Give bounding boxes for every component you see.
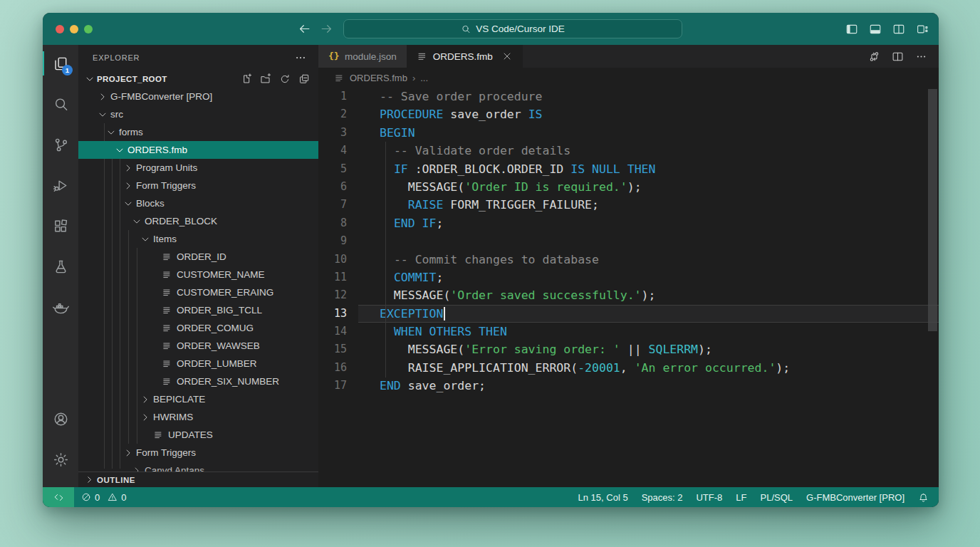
- breadcrumb-file[interactable]: ORDERS.fmb: [350, 73, 407, 83]
- tree-item-forms[interactable]: forms: [78, 123, 318, 141]
- line-number[interactable]: 12: [318, 286, 358, 304]
- indent-indicator[interactable]: Spaces: 2: [642, 492, 683, 503]
- project-root-row[interactable]: PROJECT_ROOT: [78, 70, 318, 88]
- tree-item-order-wawseb[interactable]: ORDER_WAWSEB: [78, 337, 318, 355]
- tree-item-g-fmbconverter-pro[interactable]: G-FMBConverter [PRO]: [78, 88, 318, 105]
- line-number[interactable]: 5: [318, 160, 358, 178]
- line-number[interactable]: 4: [318, 142, 358, 160]
- line-number[interactable]: 8: [318, 214, 358, 232]
- tree-item-program-units[interactable]: Program Units: [78, 159, 318, 177]
- line-number[interactable]: 16: [318, 359, 358, 377]
- code-line-content[interactable]: END save_order;: [358, 377, 939, 395]
- line-number[interactable]: 3: [318, 124, 358, 142]
- code-editor[interactable]: 1-- Save order procedure2PROCEDURE save_…: [318, 88, 939, 487]
- tree-item-items[interactable]: Items: [78, 230, 318, 248]
- tab-orders-fmb[interactable]: ORDERS.fmb: [407, 45, 523, 68]
- zoom-window-button[interactable]: [84, 25, 93, 33]
- code-line-13[interactable]: 13EXCEPTION: [318, 305, 939, 323]
- ln-col-indicator[interactable]: Ln 15, Col 5: [578, 492, 628, 503]
- tree-item-updates[interactable]: UPDATES: [78, 426, 318, 444]
- layout-sidebar-icon[interactable]: [845, 23, 858, 36]
- more-icon[interactable]: [915, 51, 927, 63]
- tree-item-form-triggers[interactable]: Form Triggers: [78, 177, 318, 194]
- tree-item-hwrims[interactable]: HWRIMS: [78, 408, 318, 426]
- code-line-7[interactable]: 7 RAISE FORM_TRIGGER_FAILURE;: [318, 196, 939, 214]
- tree-item-order-six-number[interactable]: ORDER_SIX_NUMBER: [78, 373, 318, 390]
- code-line-content[interactable]: BEGIN: [358, 124, 939, 142]
- new-file-icon[interactable]: [241, 73, 252, 85]
- code-line-content[interactable]: WHEN OTHERS THEN: [358, 323, 939, 340]
- code-line-content[interactable]: END IF;: [358, 214, 939, 232]
- tree-item-order-comug[interactable]: ORDER_COMUG: [78, 319, 318, 337]
- code-line-content[interactable]: RAISE FORM_TRIGGER_FAILURE;: [358, 196, 939, 214]
- title-bar[interactable]: VS Code/Cursor IDE: [43, 13, 939, 45]
- layout-split-icon[interactable]: [892, 51, 904, 63]
- bell-icon[interactable]: [918, 492, 929, 503]
- close-window-button[interactable]: [56, 25, 64, 33]
- tree-item-order-id[interactable]: ORDER_ID: [78, 248, 318, 266]
- activity-item-settings[interactable]: [43, 442, 78, 476]
- language-indicator[interactable]: PL/SQL: [761, 492, 793, 503]
- line-number[interactable]: 13: [318, 305, 358, 323]
- line-number[interactable]: 7: [318, 196, 358, 214]
- code-line-14[interactable]: 14 WHEN OTHERS THEN: [318, 323, 939, 340]
- activity-item-source-control[interactable]: [43, 127, 78, 162]
- tree-item-bepiclate[interactable]: BEPICLATE: [78, 390, 318, 408]
- breadcrumb-more[interactable]: ...: [420, 73, 428, 83]
- tree-item-src[interactable]: src: [78, 105, 318, 123]
- tree-item-blocks[interactable]: Blocks: [78, 194, 318, 212]
- tab-module-json[interactable]: {}module.json: [318, 45, 407, 68]
- code-line-8[interactable]: 8 END IF;: [318, 214, 939, 232]
- tree-item-customer-name[interactable]: CUSTOMER_NAME: [78, 266, 318, 283]
- line-number[interactable]: 1: [318, 88, 358, 105]
- layout-panel-icon[interactable]: [869, 23, 882, 36]
- code-line-10[interactable]: 10 -- Commit changes to database: [318, 251, 939, 269]
- code-line-11[interactable]: 11 COMMIT;: [318, 269, 939, 286]
- breadcrumb[interactable]: ORDERS.fmb › ...: [318, 68, 939, 88]
- code-line-2[interactable]: 2PROCEDURE save_order IS: [318, 105, 939, 123]
- line-number[interactable]: 11: [318, 269, 358, 286]
- navigate-back-icon[interactable]: [298, 22, 311, 36]
- line-number[interactable]: 15: [318, 340, 358, 358]
- tree-item-form-triggers[interactable]: Form Triggers: [78, 444, 318, 462]
- code-line-4[interactable]: 4 -- Validate order details: [318, 142, 939, 160]
- tree-item-order-big-tcll[interactable]: ORDER_BIG_TCLL: [78, 301, 318, 319]
- project-indicator[interactable]: G-FMBConverter [PRO]: [806, 492, 905, 503]
- code-line-15[interactable]: 15 MESSAGE('Error saving order: ' || SQL…: [318, 340, 939, 358]
- code-line-3[interactable]: 3BEGIN: [318, 124, 939, 142]
- activity-item-testing[interactable]: [43, 249, 78, 283]
- activity-item-docker[interactable]: [43, 290, 78, 324]
- code-line-content[interactable]: IF :ORDER_BLOCK.ORDER_ID IS NULL THEN: [358, 160, 939, 178]
- command-center-search[interactable]: VS Code/Cursor IDE: [343, 19, 682, 38]
- navigate-forward-icon[interactable]: [320, 22, 333, 36]
- remote-indicator[interactable]: [43, 487, 74, 507]
- code-line-content[interactable]: MESSAGE('Error saving order: ' || SQLERR…: [358, 340, 939, 358]
- line-number[interactable]: 10: [318, 251, 358, 269]
- eol-indicator[interactable]: LF: [736, 492, 746, 503]
- close-tab-icon[interactable]: [501, 51, 513, 62]
- code-line-content[interactable]: MESSAGE('Order ID is required.');: [358, 178, 939, 196]
- code-line-6[interactable]: 6 MESSAGE('Order ID is required.');: [318, 178, 939, 196]
- editor-scrollbar[interactable]: [928, 89, 937, 331]
- line-number[interactable]: 14: [318, 323, 358, 340]
- minimize-window-button[interactable]: [70, 25, 78, 33]
- explorer-more-icon[interactable]: [294, 51, 307, 64]
- code-line-content[interactable]: PROCEDURE save_order IS: [358, 105, 939, 123]
- refresh-icon[interactable]: [279, 73, 291, 85]
- code-line-1[interactable]: 1-- Save order procedure: [318, 88, 939, 105]
- line-number[interactable]: 2: [318, 105, 358, 123]
- code-line-content[interactable]: RAISE_APPLICATION_ERROR(-20001, 'An erro…: [358, 359, 939, 377]
- tree-item-order-block[interactable]: ORDER_BLOCK: [78, 212, 318, 230]
- code-line-16[interactable]: 16 RAISE_APPLICATION_ERROR(-20001, 'An e…: [318, 359, 939, 377]
- code-line-content[interactable]: -- Save order procedure: [358, 88, 939, 105]
- tree-item-orders-fmb[interactable]: ORDERS.fmb: [78, 141, 318, 159]
- code-line-17[interactable]: 17END save_order;: [318, 377, 939, 395]
- code-line-content[interactable]: EXCEPTION: [358, 305, 939, 323]
- activity-item-account[interactable]: [43, 402, 78, 436]
- new-folder-icon[interactable]: [260, 73, 271, 85]
- line-number[interactable]: 9: [318, 232, 358, 250]
- code-line-content[interactable]: MESSAGE('Order saved successfully.');: [358, 286, 939, 304]
- activity-item-run-debug[interactable]: [43, 168, 78, 202]
- collapse-all-icon[interactable]: [298, 73, 310, 85]
- activity-item-search[interactable]: [43, 87, 78, 121]
